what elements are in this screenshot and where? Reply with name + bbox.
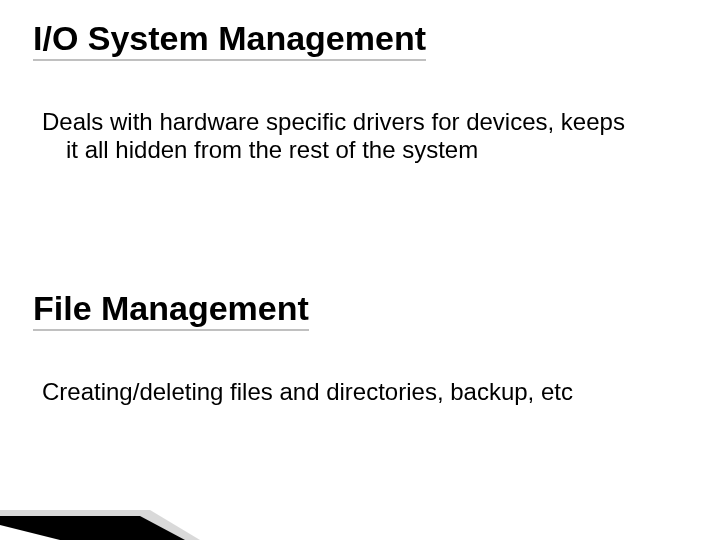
body-text: Deals with hardware specific drivers for… bbox=[42, 108, 642, 165]
slide: I/O System Management Deals with hardwar… bbox=[0, 0, 720, 540]
corner-decoration-icon bbox=[0, 470, 200, 540]
body-text: Creating/deleting files and directories,… bbox=[42, 378, 642, 406]
body-file-management: Creating/deleting files and directories,… bbox=[42, 378, 642, 406]
heading-io-system-management: I/O System Management bbox=[33, 20, 426, 57]
heading-text: File Management bbox=[33, 289, 309, 331]
heading-file-management: File Management bbox=[33, 290, 309, 327]
heading-text: I/O System Management bbox=[33, 19, 426, 61]
body-io-system-management: Deals with hardware specific drivers for… bbox=[42, 108, 642, 165]
